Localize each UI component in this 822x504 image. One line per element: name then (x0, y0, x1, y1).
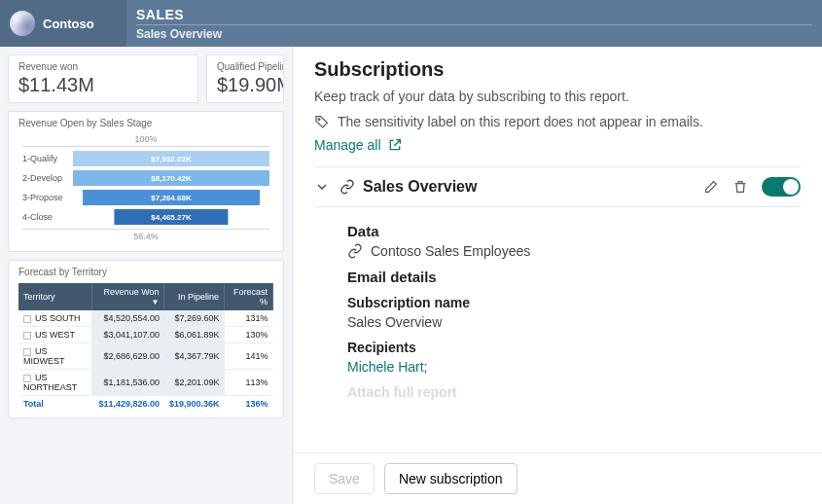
chart-bar-label: 2-Develop (22, 173, 73, 183)
chart-bar-row: 3-Propose$7,264.68K (22, 190, 269, 205)
subscription-toggle[interactable] (762, 177, 801, 197)
subscription-details: Data Contoso Sales Employees Email detai… (314, 207, 801, 400)
row-checkbox[interactable] (23, 348, 31, 356)
subscription-title: Sales Overview (363, 178, 477, 196)
recipients-value: Michele Hart; (347, 359, 801, 375)
kpi-qualified-pipeline[interactable]: Qualified Pipeline $19.90M (206, 54, 284, 103)
subscription-header: Sales Overview (314, 166, 801, 207)
open-external-icon (387, 137, 403, 153)
col-forecast-pct[interactable]: Forecast % (225, 283, 273, 310)
panel-footer: Save New subscription (293, 452, 822, 504)
sort-desc-icon: ▼ (152, 298, 160, 306)
subscription-name-label: Subscription name (347, 295, 801, 310)
svg-point-0 (318, 119, 320, 121)
new-subscription-button[interactable]: New subscription (384, 463, 518, 494)
chart-revenue-open[interactable]: Revenue Open by Sales Stage 100% 1-Quali… (8, 111, 284, 252)
data-header: Data (347, 223, 801, 239)
col-revenue-won[interactable]: Revenue Won▼ (91, 283, 164, 310)
chevron-down-icon[interactable] (314, 179, 330, 195)
chart-bottom-pct: 56.4% (22, 229, 269, 241)
chart-bar-fill: $7,932.02K (73, 151, 269, 166)
kpi-revenue-won[interactable]: Revenue won $11.43M (8, 54, 198, 103)
delete-icon[interactable] (733, 179, 748, 195)
edit-icon[interactable] (703, 179, 719, 195)
tag-icon (314, 114, 330, 129)
row-checkbox[interactable] (23, 315, 31, 323)
table-title: Forecast by Territory (18, 267, 273, 277)
email-details-header: Email details (347, 269, 801, 285)
brand-logo-icon (10, 11, 35, 36)
table-row[interactable]: US NORTHEAST$1,181,536.00$2,201.09K113% (18, 370, 273, 396)
row-checkbox[interactable] (23, 375, 31, 382)
chart-bar-row: 2-Develop$8,170.42K (22, 170, 269, 186)
manage-all-link[interactable]: Manage all (314, 137, 403, 153)
col-in-pipeline[interactable]: In Pipeline (164, 283, 225, 310)
col-territory[interactable]: Territory (18, 283, 91, 310)
chart-bar-label: 4-Close (22, 212, 73, 222)
subscriptions-panel: Subscriptions Keep track of your data by… (292, 47, 822, 504)
attach-full-report-label: Attach full report (347, 384, 801, 400)
top-bar: Contoso SALES Sales Overview (0, 0, 822, 47)
table-row[interactable]: US WEST$3,041,107.00$6,061.89K130% (18, 327, 273, 343)
sensitivity-notice: The sensitivity label on this report doe… (314, 114, 801, 129)
brand-cell: Contoso (0, 0, 126, 47)
link-icon (347, 243, 363, 259)
report-canvas: Revenue won $11.43M Qualified Pipeline $… (0, 47, 292, 504)
save-button[interactable]: Save (314, 463, 375, 494)
kpi-value: $11.43M (18, 74, 188, 96)
table-row[interactable]: US SOUTH$4,520,554.00$7,269.60K131% (18, 310, 273, 327)
table-total-row: Total$11,429,826.00$19,900.36K136% (18, 396, 273, 413)
link-icon (340, 179, 355, 195)
chart-bar-fill: $8,170.42K (73, 170, 269, 186)
recipients-label: Recipients (347, 340, 801, 355)
panel-title: Subscriptions (314, 58, 801, 81)
chart-bar-row: 1-Qualify$7,932.02K (22, 151, 269, 166)
chart-bar-row: 4-Close$4,465.27K (22, 209, 269, 225)
table-forecast[interactable]: Forecast by Territory Territory Revenue … (8, 260, 284, 418)
subscription-name-value: Sales Overview (347, 314, 801, 330)
table-row[interactable]: US MIDWEST$2,686,629.00$4,367.79K141% (18, 343, 273, 370)
section-title: SALES (136, 7, 812, 22)
section-subtitle: Sales Overview (136, 24, 812, 41)
panel-desc: Keep track of your data by subscribing t… (314, 89, 801, 104)
chart-top-pct: 100% (22, 134, 269, 147)
chart-bar-label: 1-Qualify (22, 154, 73, 163)
chart-bar-label: 3-Propose (22, 193, 73, 202)
chart-bar-fill: $4,465.27K (114, 209, 228, 225)
kpi-value: $19.90M (217, 74, 273, 96)
chart-title: Revenue Open by Sales Stage (18, 118, 273, 128)
data-source: Contoso Sales Employees (371, 243, 530, 259)
chart-bar-fill: $7,264.68K (83, 190, 260, 205)
kpi-label: Qualified Pipeline (217, 61, 273, 72)
brand-name: Contoso (43, 17, 94, 31)
app-title-cell: SALES Sales Overview (126, 0, 822, 47)
kpi-label: Revenue won (18, 61, 188, 72)
row-checkbox[interactable] (23, 332, 31, 340)
